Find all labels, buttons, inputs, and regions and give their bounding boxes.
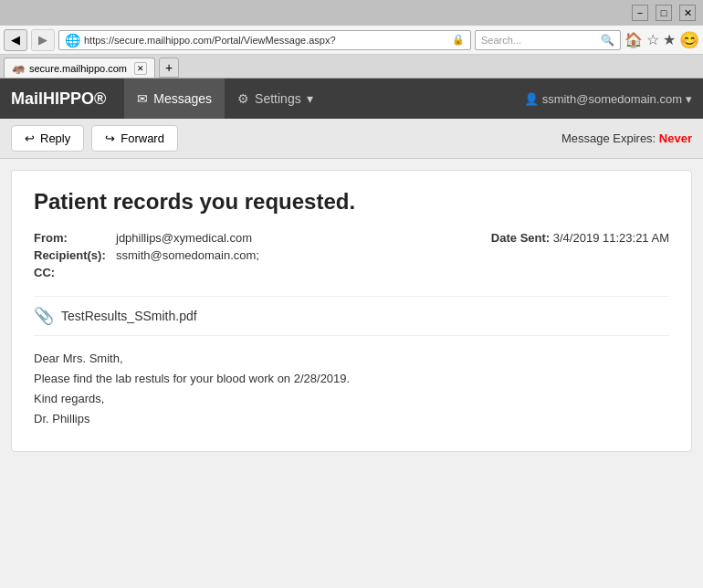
tab-favicon: 🦛: [12, 62, 26, 75]
nav-item-messages[interactable]: ✉ Messages: [124, 79, 225, 119]
search-icon: 🔍: [601, 34, 614, 47]
tab-bar: 🦛 secure.mailhippo.com ✕ +: [0, 55, 703, 79]
forward-icon: ↪: [105, 131, 115, 145]
user-dropdown-icon: ▾: [686, 92, 692, 106]
recipients-value: ssmith@somedomain.com;: [116, 248, 259, 262]
close-button[interactable]: ✕: [679, 5, 696, 21]
home-icon[interactable]: 🏠: [624, 31, 643, 48]
attachment-section: 📎 TestResults_SSmith.pdf: [34, 296, 669, 336]
attachment-icon: 📎: [34, 306, 54, 326]
browser-icon: 🌐: [65, 33, 80, 47]
search-bar[interactable]: Search... 🔍: [475, 30, 621, 50]
date-sent-value: 3/4/2019 11:23:21 AM: [553, 231, 669, 245]
settings-label: Settings: [255, 91, 301, 106]
email-container: Patient records you requested. From: jdp…: [0, 159, 703, 588]
user-label: ssmith@somedomain.com: [542, 92, 682, 106]
email-body: Dear Mrs. Smith, Please find the lab res…: [34, 349, 669, 429]
action-bar: ↩ Reply ↪ Forward Message Expires: Never: [0, 119, 703, 159]
email-meta: From: jdphillips@xymedical.com Recipient…: [34, 231, 669, 283]
settings-dropdown-icon: ▾: [307, 91, 313, 106]
reply-icon: ↩: [25, 131, 35, 145]
url-text: https://secure.mailhippo.com/Portal/View…: [84, 35, 448, 46]
body-line-2: Please find the lab restuls for your blo…: [34, 369, 669, 389]
titlebar: − □ ✕: [0, 0, 703, 26]
new-tab-button[interactable]: +: [159, 58, 179, 78]
email-subject: Patient records you requested.: [34, 189, 669, 215]
tab-label: secure.mailhippo.com: [29, 63, 127, 74]
expires-value: Never: [659, 131, 692, 145]
body-line-1: Dear Mrs. Smith,: [34, 349, 669, 369]
app-nav: MailHIPPO® ✉ Messages ⚙ Settings ▾ 👤 ssm…: [0, 79, 703, 119]
lock-icon: 🔒: [452, 34, 465, 46]
tab-close-button[interactable]: ✕: [134, 62, 147, 75]
reply-label: Reply: [40, 131, 70, 145]
forward-button[interactable]: ▶: [31, 29, 55, 51]
forward-icon: ▶: [38, 33, 47, 47]
star-icon[interactable]: ★: [663, 31, 676, 48]
settings-icon: ⚙: [237, 91, 249, 106]
expires-label: Message Expires:: [561, 131, 656, 145]
smiley-icon: 😊: [679, 30, 699, 50]
star-outline-icon[interactable]: ☆: [646, 31, 659, 48]
messages-label: Messages: [153, 91, 212, 106]
back-button[interactable]: ◀: [4, 29, 27, 51]
reply-button[interactable]: ↩ Reply: [11, 125, 84, 152]
url-bar[interactable]: 🌐 https://secure.mailhippo.com/Portal/Vi…: [58, 30, 471, 50]
user-menu[interactable]: 👤 ssmith@somedomain.com ▾: [524, 92, 692, 106]
active-tab[interactable]: 🦛 secure.mailhippo.com ✕: [4, 58, 155, 78]
body-line-3: Kind regards,: [34, 389, 669, 409]
email-card: Patient records you requested. From: jdp…: [11, 170, 692, 452]
browser-toolbar: 🏠 ☆ ★ 😊: [624, 30, 699, 50]
forward-button[interactable]: ↪ Forward: [91, 125, 178, 152]
maximize-button[interactable]: □: [656, 5, 672, 21]
forward-label: Forward: [121, 131, 164, 145]
meta-right: Date Sent: 3/4/2019 11:23:21 AM: [491, 231, 669, 283]
expires-text: Message Expires: Never: [561, 131, 692, 145]
from-row: From: jdphillips@xymedical.com: [34, 231, 491, 245]
user-icon: 👤: [524, 92, 539, 106]
cc-label: CC:: [34, 266, 116, 279]
search-placeholder-text: Search...: [481, 35, 521, 46]
from-label: From:: [34, 231, 116, 245]
attachment-link[interactable]: TestResults_SSmith.pdf: [61, 309, 197, 323]
cc-row: CC:: [34, 266, 491, 279]
messages-icon: ✉: [137, 91, 148, 106]
nav-item-settings[interactable]: ⚙ Settings ▾: [225, 79, 326, 119]
app-brand: MailHIPPO®: [11, 89, 106, 109]
meta-left: From: jdphillips@xymedical.com Recipient…: [34, 231, 491, 283]
minimize-button[interactable]: −: [632, 5, 648, 21]
recipients-row: Recipient(s): ssmith@somedomain.com;: [34, 248, 491, 262]
body-line-4: Dr. Phillips: [34, 409, 669, 429]
address-bar: ◀ ▶ 🌐 https://secure.mailhippo.com/Porta…: [0, 26, 703, 55]
back-icon: ◀: [11, 33, 20, 47]
date-sent-label: Date Sent:: [491, 231, 550, 245]
from-value: jdphillips@xymedical.com: [116, 231, 252, 245]
recipients-label: Recipient(s):: [34, 248, 116, 262]
